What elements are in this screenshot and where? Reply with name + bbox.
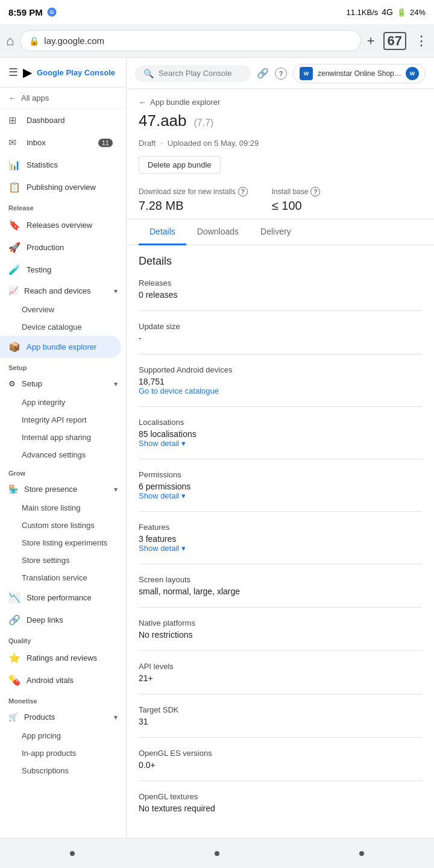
custom-store-label: Custom store listings [22, 521, 95, 530]
testing-label: Testing [27, 265, 51, 274]
sidebar-item-products[interactable]: 🛒 Products ▾ [0, 707, 126, 727]
tab-details[interactable]: Details [139, 219, 186, 245]
sidebar-all-apps[interactable]: ← All apps [0, 87, 126, 109]
nav-dot-recents[interactable] [359, 851, 364, 856]
features-show-detail-link[interactable]: Show detail ▾ [139, 544, 422, 553]
overview-label: Overview [22, 305, 54, 314]
tab-downloads[interactable]: Downloads [186, 219, 250, 245]
sidebar-item-statistics[interactable]: 📊 Statistics [0, 154, 121, 176]
nav-dot-home[interactable] [215, 851, 219, 856]
detail-opengl-es: OpenGL ES versions 0.0+ [139, 749, 422, 770]
url-text: lay.google.com [44, 36, 104, 46]
sidebar-item-store-settings[interactable]: Store settings [0, 552, 126, 569]
products-icon: 🛒 [8, 712, 18, 722]
g-icon: G [46, 7, 57, 17]
status-time: 8:59 PM G [8, 7, 57, 17]
sidebar-item-app-pricing[interactable]: App pricing [0, 727, 126, 744]
sidebar-item-deep-links[interactable]: 🔗 Deep links [0, 609, 121, 631]
native-platforms-key: Native platforms [139, 618, 422, 627]
menu-icon[interactable]: ☰ [8, 66, 18, 79]
battery-icon: 🔋 [397, 8, 406, 17]
right-panel: 🔍 🔗 ? W zenwinstar Online Shopping App W… [127, 58, 434, 868]
sidebar-item-production[interactable]: 🚀 Production [0, 236, 121, 259]
sidebar-item-internal-sharing[interactable]: Internal app sharing [0, 429, 126, 446]
details-section: Details Releases 0 releases Update size … [127, 245, 434, 868]
install-base-label: Install base ? [272, 187, 321, 197]
signal-icon: 4G [382, 7, 393, 17]
download-size-help-icon[interactable]: ? [238, 187, 248, 197]
home-icon[interactable]: ⌂ [6, 33, 14, 49]
sidebar-item-setup[interactable]: ⚙ Setup ▾ [0, 374, 126, 394]
play-logo: ▶ [23, 65, 32, 80]
tab-count[interactable]: 67 [383, 32, 406, 50]
publishing-icon: 📋 [8, 181, 20, 193]
sidebar-item-main-store[interactable]: Main store listing [0, 499, 126, 517]
nav-dot-back[interactable] [70, 851, 75, 856]
sidebar-item-custom-store[interactable]: Custom store listings [0, 517, 126, 534]
detail-target-sdk: Target SDK 31 [139, 705, 422, 726]
setup-section-label: Setup [0, 358, 126, 374]
features-value: 3 features [139, 534, 422, 544]
setup-expand-icon: ▾ [114, 380, 118, 388]
permissions-show-detail-link[interactable]: Show detail ▾ [139, 491, 422, 500]
sidebar-item-app-integrity[interactable]: App integrity [0, 394, 126, 411]
publishing-label: Publishing overview [27, 183, 96, 192]
sidebar-item-subscriptions[interactable]: Subscriptions [0, 762, 126, 779]
sidebar-item-overview[interactable]: Overview [0, 301, 126, 318]
bundle-icon: 📦 [8, 341, 20, 353]
target-sdk-key: Target SDK [139, 705, 422, 714]
inbox-label: Inbox [27, 138, 46, 147]
localisations-show-detail-link[interactable]: Show detail ▾ [139, 439, 422, 448]
install-base-help-icon[interactable]: ? [310, 187, 320, 197]
sidebar-item-vitals[interactable]: 💊 Android vitals [0, 669, 121, 691]
device-catalogue-link-text: Go to device catalogue [139, 386, 219, 395]
main-content: ← App bundle explorer 47.aab (7.7) Draft… [127, 89, 434, 868]
sidebar-item-reach[interactable]: 📈 Reach and devices ▾ [0, 281, 126, 301]
grow-section-label: Grow [0, 464, 126, 479]
sidebar-item-ratings[interactable]: ⭐ Ratings and reviews [0, 647, 121, 669]
link-icon[interactable]: 🔗 [257, 68, 269, 79]
sidebar-item-dashboard[interactable]: ⊞ Dashboard [0, 109, 121, 131]
search-input[interactable] [159, 69, 242, 78]
sidebar-item-advanced-settings[interactable]: Advanced settings [0, 446, 126, 464]
app-chip[interactable]: W zenwinstar Online Shopping App W [293, 64, 426, 83]
breadcrumb[interactable]: ← App bundle explorer [127, 89, 434, 109]
dashboard-icon: ⊞ [8, 115, 20, 126]
help-icon[interactable]: ? [275, 68, 287, 80]
sidebar-item-in-app-products[interactable]: In-app products [0, 744, 126, 762]
api-levels-key: API levels [139, 662, 422, 671]
sidebar-item-inbox[interactable]: ✉ Inbox 11 [0, 131, 121, 154]
sidebar: ☰ ▶ Google Play Console ← All apps ⊞ Das… [0, 58, 127, 868]
products-expand-icon: ▾ [114, 713, 118, 722]
translation-label: Translation service [22, 573, 87, 582]
search-box[interactable]: 🔍 [135, 65, 251, 82]
sidebar-item-store-experiments[interactable]: Store listing experiments [0, 534, 126, 552]
delete-bundle-button[interactable]: Delete app bundle [139, 156, 221, 174]
divider-6 [139, 564, 422, 564]
sidebar-item-store-presence[interactable]: 🏪 Store presence ▾ [0, 479, 126, 499]
release-section-label: Release [0, 198, 126, 214]
url-bar[interactable]: 🔒 lay.google.com [20, 30, 360, 51]
meta-status: Draft [139, 139, 156, 148]
add-tab-icon[interactable]: + [367, 33, 375, 49]
sidebar-item-app-bundle-explorer[interactable]: 📦 App bundle explorer [0, 336, 121, 358]
sidebar-item-store-performance[interactable]: 📉 Store performance [0, 587, 121, 609]
details-section-title: Details [139, 255, 422, 268]
native-platforms-value: No restrictions [139, 630, 422, 640]
localisations-value: 85 localisations [139, 429, 422, 439]
battery-percent: 24% [410, 8, 426, 17]
sidebar-item-translation[interactable]: Translation service [0, 569, 126, 587]
go-to-device-catalogue-link[interactable]: Go to device catalogue [139, 386, 422, 395]
sidebar-item-integrity-api[interactable]: Integrity API report [0, 411, 126, 429]
sidebar-item-publishing[interactable]: 📋 Publishing overview [0, 176, 121, 198]
tab-delivery[interactable]: Delivery [250, 219, 302, 245]
time-display: 8:59 PM [8, 7, 43, 17]
more-options-icon[interactable]: ⋮ [415, 33, 428, 49]
sidebar-item-testing[interactable]: 🧪 Testing [0, 259, 121, 281]
bottom-nav [0, 838, 434, 868]
app-chip-user: W [406, 67, 419, 80]
sidebar-item-releases-overview[interactable]: 🔖 Releases overview [0, 214, 121, 236]
detail-localisations: Localisations 85 localisations Show deta… [139, 418, 422, 448]
sidebar-item-device-catalogue[interactable]: Device catalogue [0, 318, 126, 336]
internal-sharing-label: Internal app sharing [22, 433, 91, 442]
